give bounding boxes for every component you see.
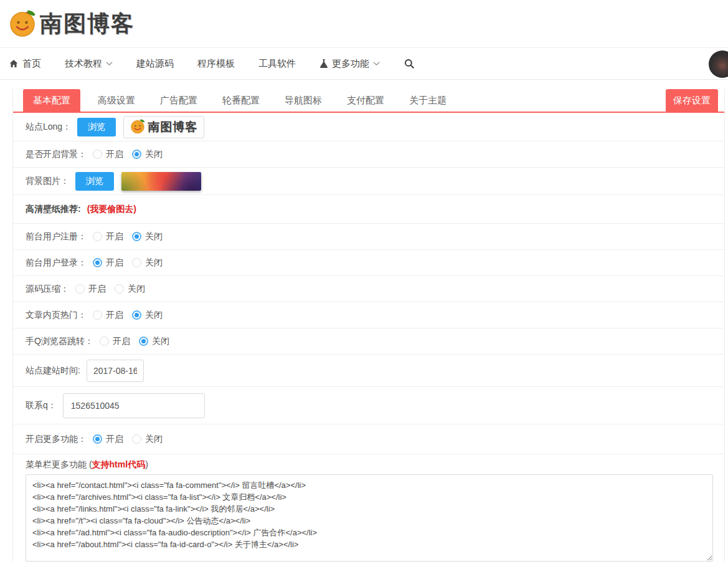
radio-off[interactable]	[132, 258, 141, 267]
field-label: 站点建站时间:	[26, 365, 80, 376]
tab-advanced[interactable]: 高级设置	[90, 89, 143, 112]
site-logo-thumbnail[interactable]: 南图博客	[123, 116, 204, 138]
field-label: 文章内页热门：	[26, 310, 87, 321]
radio-group-enable-background: 开启 关闭	[93, 149, 171, 160]
field-label: 高清壁纸推荐:	[26, 204, 81, 215]
nav-item-tutorials[interactable]: 技术教程	[65, 58, 113, 70]
chevron-down-icon	[106, 61, 113, 66]
menu-html-label-prefix: 菜单栏更多功能 (	[26, 459, 92, 469]
nav-item-source[interactable]: 建站源码	[136, 58, 174, 70]
tab-nav-icons[interactable]: 导航图标	[277, 89, 329, 112]
form-row-enable-background: 是否开启背景： 开启 关闭	[13, 141, 724, 168]
radio-off[interactable]	[115, 284, 124, 294]
wallpaper-link[interactable]: (我要偷图去)	[87, 204, 136, 215]
form-row-qq-browser-redirect: 手Q浏览器跳转： 开启 关闭	[13, 328, 724, 355]
radio-off[interactable]	[139, 337, 148, 346]
home-icon	[9, 59, 19, 69]
nav-item-more[interactable]: 更多功能	[319, 58, 380, 70]
field-label: 站点Long：	[26, 122, 71, 133]
browse-background-button[interactable]: 浏览	[75, 172, 114, 191]
field-label: 是否开启背景：	[26, 149, 87, 160]
user-avatar[interactable]	[709, 50, 728, 78]
radio-on[interactable]	[100, 337, 109, 346]
field-label: 手Q浏览器跳转：	[26, 336, 93, 347]
nav-label-templates: 程序模板	[197, 58, 235, 70]
search-icon[interactable]	[404, 58, 415, 69]
tab-payment[interactable]: 支付配置	[339, 89, 392, 112]
radio-off-label[interactable]: 关闭	[128, 284, 145, 295]
menu-html-label-red: 支持html代码	[92, 459, 146, 469]
radio-off-label[interactable]: 关闭	[152, 336, 169, 347]
browse-logo-button[interactable]: 浏览	[77, 118, 116, 136]
form-row-wallpaper-note: 高清壁纸推荐: (我要偷图去)	[13, 195, 724, 224]
radio-on-label[interactable]: 开启	[88, 284, 106, 295]
settings-panel: 基本配置 高级设置 广告配置 轮番配置 导航图标 支付配置 关于主题 保存设置 …	[12, 89, 725, 562]
form-row-source-compression: 源码压缩： 开启 关闭	[13, 276, 724, 302]
radio-group-qq-browser-redirect: 开启 关闭	[100, 336, 178, 347]
nav-item-templates[interactable]: 程序模板	[197, 58, 235, 70]
radio-off[interactable]	[132, 434, 141, 444]
radio-on[interactable]	[93, 434, 102, 444]
radio-off-label[interactable]: 关闭	[145, 257, 163, 269]
field-label: 联系q：	[26, 400, 57, 411]
chevron-down-icon	[373, 61, 380, 66]
radio-on-label[interactable]: 开启	[106, 231, 123, 242]
menu-html-label: 菜单栏更多功能 (支持html代码)	[13, 454, 724, 474]
radio-on[interactable]	[93, 310, 102, 320]
nav-item-tools[interactable]: 工具软件	[258, 58, 296, 70]
radio-off-label[interactable]: 关闭	[145, 231, 163, 242]
radio-on[interactable]	[75, 284, 85, 294]
radio-off-label[interactable]: 关闭	[145, 149, 163, 160]
nav-label-home: 首页	[22, 58, 41, 70]
radio-off-label[interactable]: 关闭	[145, 310, 163, 321]
radio-on[interactable]	[93, 232, 102, 241]
form-row-background-image: 背景图片： 浏览	[13, 168, 724, 195]
nav-item-home[interactable]: 首页	[9, 58, 41, 70]
main-nav: 首页 技术教程 建站源码 程序模板 工具软件 更多功能	[0, 47, 728, 80]
nav-label-tools: 工具软件	[258, 58, 296, 70]
site-date-input[interactable]	[87, 360, 144, 382]
radio-on[interactable]	[93, 150, 102, 159]
radio-off[interactable]	[132, 150, 141, 159]
radio-off[interactable]	[132, 232, 141, 241]
form-row-user-login: 前台用户登录： 开启 关闭	[13, 250, 724, 276]
tab-about-theme[interactable]: 关于主题	[402, 89, 454, 112]
field-label: 前台用户登录：	[26, 257, 87, 269]
site-title: 南图博客	[40, 9, 135, 39]
thumbnail-brand-text: 南图博客	[148, 119, 197, 135]
site-header: 南图博客	[0, 0, 728, 47]
radio-group-user-login: 开启 关闭	[93, 257, 171, 269]
site-logo[interactable]: 南图博客	[9, 7, 135, 40]
field-label: 源码压缩：	[26, 284, 69, 295]
field-label: 开启更多功能：	[26, 434, 87, 445]
radio-off-label[interactable]: 关闭	[145, 434, 163, 445]
radio-on-label[interactable]: 开启	[106, 149, 123, 160]
field-label: 前台用户注册：	[26, 231, 87, 242]
radio-group-article-hot: 开启 关闭	[93, 310, 171, 321]
settings-tabbar: 基本配置 高级设置 广告配置 轮番配置 导航图标 支付配置 关于主题 保存设置	[13, 89, 724, 113]
form-row-enable-more: 开启更多功能： 开启 关闭	[13, 424, 724, 454]
radio-on-label[interactable]: 开启	[106, 310, 123, 321]
tab-ads[interactable]: 广告配置	[153, 89, 205, 112]
radio-on-label[interactable]: 开启	[113, 336, 130, 347]
menu-html-label-suffix: )	[145, 459, 148, 469]
radio-off[interactable]	[132, 310, 141, 320]
nav-label-source: 建站源码	[136, 58, 174, 70]
tab-basic-config[interactable]: 基本配置	[23, 89, 80, 112]
orange-smiley-logo-icon	[130, 118, 146, 136]
menu-html-textarea[interactable]	[26, 474, 713, 562]
background-image-thumbnail[interactable]	[121, 172, 201, 191]
field-label: 背景图片：	[26, 176, 69, 187]
radio-group-source-compression: 开启 关闭	[75, 284, 154, 295]
radio-on-label[interactable]: 开启	[106, 257, 123, 269]
form-row-contact-qq: 联系q：	[13, 387, 724, 424]
contact-qq-input[interactable]	[63, 393, 205, 418]
radio-on-label[interactable]: 开启	[106, 434, 123, 445]
tab-carousel[interactable]: 轮番配置	[215, 89, 267, 112]
save-settings-button[interactable]: 保存设置	[666, 89, 718, 112]
nav-label-tutorials: 技术教程	[65, 58, 102, 70]
radio-on[interactable]	[93, 258, 102, 267]
orange-smiley-logo-icon	[9, 7, 39, 40]
radio-group-enable-more: 开启 关闭	[93, 434, 171, 445]
form-row-site-logo: 站点Long： 浏览 南图博客	[13, 113, 724, 141]
